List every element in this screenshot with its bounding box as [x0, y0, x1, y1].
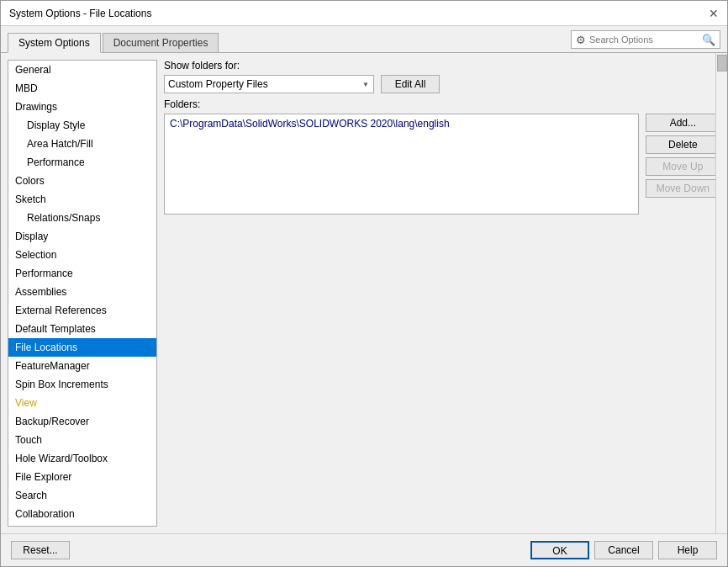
sidebar-item-general[interactable]: General: [8, 61, 156, 79]
scrollbar[interactable]: [715, 53, 727, 533]
left-nav-panel: GeneralMBDDrawingsDisplay StyleArea Hatc…: [8, 60, 157, 527]
help-button[interactable]: Help: [658, 541, 717, 559]
show-folders-row: Show folders for:: [164, 60, 720, 72]
cancel-button[interactable]: Cancel: [594, 541, 653, 559]
sidebar-item-display-style[interactable]: Display Style: [8, 116, 156, 135]
edit-all-button[interactable]: Edit All: [381, 75, 440, 93]
delete-button[interactable]: Delete: [646, 135, 720, 154]
sidebar-item-colors[interactable]: Colors: [8, 172, 156, 190]
dropdown-wrapper: Custom Property FilesDocument TemplatesS…: [164, 75, 374, 93]
sidebar-item-area-hatch-fill[interactable]: Area Hatch/Fill: [8, 135, 156, 153]
folders-list: C:\ProgramData\SolidWorks\SOLIDWORKS 202…: [164, 114, 639, 215]
sidebar-item-performance[interactable]: Performance: [8, 264, 156, 283]
sidebar-item-relations-snaps[interactable]: Relations/Snaps: [8, 209, 156, 227]
move-up-button[interactable]: Move Up: [646, 157, 720, 176]
sidebar-item-assemblies[interactable]: Assemblies: [8, 283, 156, 301]
main-dialog: System Options - File Locations ✕ System…: [0, 0, 728, 567]
title-bar: System Options - File Locations ✕: [1, 1, 727, 26]
right-panel: Show folders for: Custom Property FilesD…: [164, 60, 720, 527]
sidebar-item-spin-box[interactable]: Spin Box Increments: [8, 375, 156, 394]
move-down-button[interactable]: Move Down: [646, 179, 720, 198]
sidebar-item-backup-recover[interactable]: Backup/Recover: [8, 412, 156, 431]
show-folders-dropdown[interactable]: Custom Property FilesDocument TemplatesS…: [164, 75, 374, 93]
search-icon: 🔍: [702, 34, 715, 46]
folders-list-area: C:\ProgramData\SolidWorks\SOLIDWORKS 202…: [164, 114, 720, 215]
scrollbar-thumb[interactable]: [717, 55, 727, 72]
folders-label: Folders:: [164, 98, 720, 110]
sidebar-item-hole-wizard[interactable]: Hole Wizard/Toolbox: [8, 449, 156, 468]
sidebar-item-feature-manager[interactable]: FeatureManager: [8, 357, 156, 375]
show-folders-label: Show folders for:: [164, 60, 240, 72]
sidebar-item-drawings[interactable]: Drawings: [8, 98, 156, 116]
sidebar-item-display[interactable]: Display: [8, 227, 156, 246]
bottom-right-buttons: OK Cancel Help: [530, 541, 717, 559]
sidebar-item-view[interactable]: View: [8, 394, 156, 412]
gear-icon: ⚙: [576, 34, 586, 46]
sidebar-item-search[interactable]: Search: [8, 486, 156, 505]
close-button[interactable]: ✕: [709, 8, 719, 19]
ok-button[interactable]: OK: [530, 541, 589, 559]
search-input[interactable]: [589, 34, 699, 45]
dropdown-row: Custom Property FilesDocument TemplatesS…: [164, 75, 720, 93]
sidebar-item-external-references[interactable]: External References: [8, 301, 156, 320]
sidebar-item-selection[interactable]: Selection: [8, 246, 156, 264]
sidebar-item-mbd[interactable]: MBD: [8, 79, 156, 98]
sidebar-item-sketch[interactable]: Sketch: [8, 190, 156, 209]
sidebar-item-file-explorer[interactable]: File Explorer: [8, 468, 156, 486]
tab-document-properties[interactable]: Document Properties: [103, 33, 219, 53]
search-bar: ⚙ 🔍: [571, 30, 720, 49]
sidebar-item-messages-errors[interactable]: Messages/Errors/Warnings: [8, 523, 156, 527]
sidebar-item-performance-drawings[interactable]: Performance: [8, 153, 156, 172]
sidebar-item-collaboration[interactable]: Collaboration: [8, 505, 156, 523]
reset-button[interactable]: Reset...: [11, 541, 70, 559]
action-buttons-col: Add... Delete Move Up Move Down: [646, 114, 720, 215]
sidebar-item-file-locations[interactable]: File Locations: [8, 338, 156, 357]
folder-list-item[interactable]: C:\ProgramData\SolidWorks\SOLIDWORKS 202…: [166, 116, 636, 131]
tab-system-options[interactable]: System Options: [8, 33, 101, 53]
content-area: GeneralMBDDrawingsDisplay StyleArea Hatc…: [1, 53, 727, 533]
dialog-title: System Options - File Locations: [9, 8, 151, 19]
sidebar-item-touch[interactable]: Touch: [8, 431, 156, 449]
add-button[interactable]: Add...: [646, 114, 720, 132]
bottom-bar: Reset... OK Cancel Help: [1, 533, 727, 566]
sidebar-item-default-templates[interactable]: Default Templates: [8, 320, 156, 338]
